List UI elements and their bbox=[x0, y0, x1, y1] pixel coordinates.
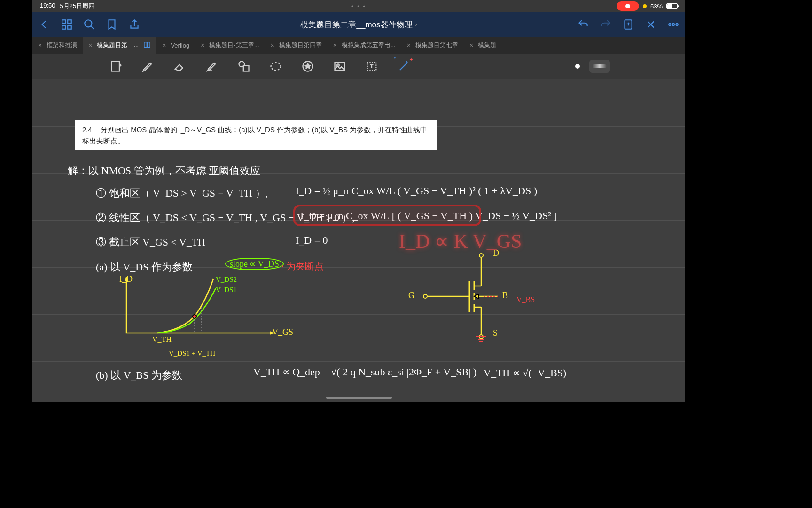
highlight-box bbox=[293, 205, 481, 226]
svg-point-14 bbox=[271, 62, 281, 70]
tab-1[interactable]: ×模集题目第二... bbox=[83, 37, 156, 54]
mos-s: S bbox=[493, 328, 498, 338]
svg-rect-13 bbox=[243, 65, 249, 71]
search-button[interactable] bbox=[83, 18, 95, 31]
hw-line-1: 解：以 NMOS 管为例，不考虑 亚阈值效应 bbox=[68, 164, 260, 178]
hw-eq-sat: I_D = ½ μ_n C_ox W/L ( V_GS − V_TH )² ( … bbox=[296, 185, 537, 197]
tab-2[interactable]: ×Verilog bbox=[156, 37, 195, 54]
recording-indicator[interactable] bbox=[617, 1, 639, 11]
mos-d: D bbox=[493, 248, 499, 258]
chevron-down-icon: › bbox=[415, 21, 417, 28]
vth-label: V_TH bbox=[152, 335, 172, 344]
svg-rect-2 bbox=[62, 25, 66, 29]
image-tool[interactable] bbox=[331, 58, 348, 75]
pen-tool[interactable] bbox=[140, 58, 156, 75]
text-tool[interactable] bbox=[363, 58, 380, 75]
low-power-dot bbox=[643, 4, 647, 8]
hw-part-b: (b) 以 V_BS 为参数 bbox=[96, 368, 182, 382]
svg-rect-0 bbox=[62, 20, 66, 24]
close-icon[interactable]: × bbox=[333, 41, 337, 49]
svg-point-6 bbox=[669, 24, 671, 25]
tab-0[interactable]: ×框架和推演 bbox=[32, 37, 83, 54]
svg-rect-11 bbox=[112, 61, 119, 71]
close-icon[interactable]: × bbox=[407, 41, 411, 49]
close-icon[interactable]: × bbox=[271, 41, 274, 49]
hw-vth-vbs: V_TH ∝ √(−V_BS) bbox=[484, 367, 566, 379]
redo-button[interactable] bbox=[600, 18, 612, 31]
tab-6[interactable]: ×模集题目第七章 bbox=[401, 37, 464, 54]
vds1-label: V_DS1 bbox=[216, 286, 237, 294]
svg-rect-1 bbox=[68, 20, 71, 24]
hw-vth-eq: V_TH ∝ Q_dep = √( 2 q N_sub ε_si |2Φ_F +… bbox=[253, 366, 476, 378]
page-margin-tool[interactable] bbox=[108, 58, 125, 75]
grid-view-button[interactable] bbox=[61, 18, 73, 31]
note-canvas[interactable]: 2.4 分别画出 MOS 晶体管的 I_D～V_GS 曲线：(a)以 V_DS … bbox=[32, 79, 685, 402]
svg-point-8 bbox=[676, 24, 678, 25]
close-icon[interactable]: × bbox=[38, 41, 42, 49]
magic-tool[interactable]: ✦✦ bbox=[395, 58, 412, 75]
color-picker[interactable] bbox=[575, 64, 580, 69]
status-bar: 19:50 5月25日周四 • • • 53% bbox=[32, 0, 685, 12]
svg-point-7 bbox=[672, 24, 674, 25]
hw-slope-note: slope ∝ V_DS bbox=[225, 258, 284, 270]
mos-b: B bbox=[502, 291, 508, 301]
split-icon[interactable] bbox=[143, 41, 151, 50]
battery-icon bbox=[666, 3, 678, 9]
svg-point-4 bbox=[85, 20, 92, 27]
highlighter-tool[interactable] bbox=[203, 58, 220, 75]
multitask-dots[interactable]: • • • bbox=[351, 3, 366, 10]
svg-rect-3 bbox=[68, 25, 71, 29]
add-page-button[interactable] bbox=[622, 18, 634, 31]
stroke-width-picker[interactable] bbox=[589, 60, 610, 73]
close-icon[interactable]: × bbox=[469, 41, 473, 49]
hw-pinch-note: · 为夹断点 bbox=[281, 260, 324, 273]
nav-bar: 模集题目第二章__mos器件物理 › bbox=[32, 12, 685, 37]
hw-region-cutoff: ③ 截止区 V_GS < V_TH bbox=[96, 235, 205, 249]
hw-region-sat: ① 饱和区（ V_DS > V_GS − V_TH ）, bbox=[96, 186, 268, 200]
vds2-label: V_DS2 bbox=[216, 276, 237, 284]
svg-point-20 bbox=[479, 254, 483, 257]
close-button[interactable] bbox=[645, 18, 657, 31]
shape-tool[interactable] bbox=[235, 58, 252, 75]
favorites-tool[interactable] bbox=[299, 58, 316, 75]
eraser-tool[interactable] bbox=[172, 58, 188, 75]
close-icon[interactable]: × bbox=[201, 41, 204, 49]
mos-vbs: V_BS bbox=[516, 295, 535, 304]
graph-id-vgs bbox=[119, 272, 289, 357]
svg-point-22 bbox=[423, 294, 427, 298]
tab-5[interactable]: ×模拟集成第五章电... bbox=[328, 37, 401, 54]
problem-statement: 2.4 分别画出 MOS 晶体管的 I_D～V_GS 曲线：(a)以 V_DS … bbox=[75, 120, 437, 150]
share-button[interactable] bbox=[128, 18, 141, 31]
axis-x-label: V_GS bbox=[272, 327, 293, 337]
close-icon[interactable]: × bbox=[88, 41, 92, 49]
status-time: 19:50 bbox=[40, 2, 55, 10]
tab-4[interactable]: ×模集题目第四章 bbox=[265, 37, 328, 54]
tab-bar: ×框架和推演 ×模集题目第二... ×Verilog ×模集题目-第三章... … bbox=[32, 37, 685, 54]
document-title[interactable]: 模集题目第二章__mos器件物理 › bbox=[300, 19, 417, 30]
lasso-tool[interactable] bbox=[267, 58, 284, 75]
home-indicator[interactable] bbox=[326, 397, 392, 399]
svg-rect-10 bbox=[148, 42, 150, 47]
tab-7[interactable]: ×模集题 bbox=[464, 37, 502, 54]
hw-eq-cutoff: I_D = 0 bbox=[296, 234, 328, 246]
vds1vth-label: V_DS1 + V_TH bbox=[169, 349, 215, 357]
axis-y-label: I_D bbox=[119, 274, 133, 284]
close-icon[interactable]: × bbox=[162, 41, 166, 49]
svg-rect-9 bbox=[144, 42, 147, 47]
battery-percent: 53% bbox=[650, 3, 663, 10]
undo-button[interactable] bbox=[577, 18, 589, 31]
back-button[interactable] bbox=[38, 18, 50, 31]
tab-3[interactable]: ×模集题目-第三章... bbox=[195, 37, 265, 54]
more-button[interactable] bbox=[667, 18, 679, 31]
mos-g: G bbox=[408, 291, 414, 301]
status-date: 5月25日周四 bbox=[60, 2, 95, 10]
bookmark-button[interactable] bbox=[106, 18, 118, 31]
tool-bar: ✦✦ bbox=[32, 54, 685, 79]
